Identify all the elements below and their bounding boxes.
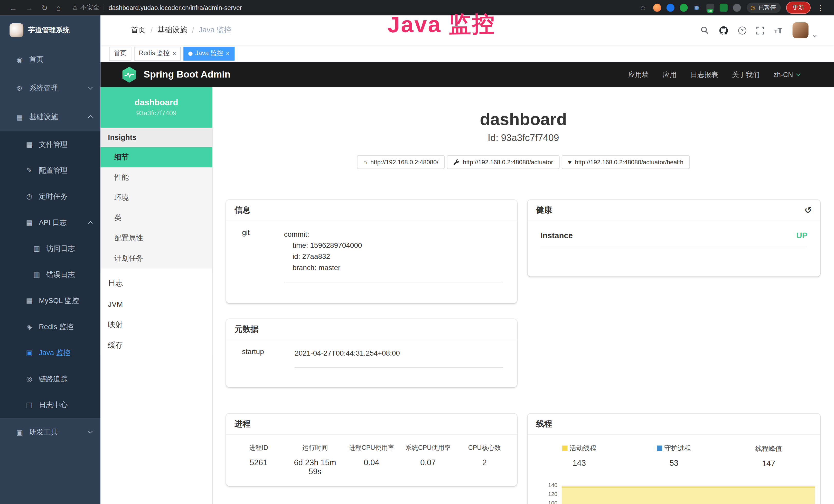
tab-close-icon[interactable]: × <box>172 50 176 57</box>
sidebar-item-redis-monitor[interactable]: ◈ Redis 监控 <box>0 314 101 340</box>
sba-nav-applications[interactable]: 应用 <box>663 70 677 79</box>
health-status-badge: UP <box>796 231 807 240</box>
dashboard-icon: ◉ <box>15 55 24 63</box>
sba-sidebar-item-caches[interactable]: 缓存 <box>101 335 212 356</box>
drop-extension-icon[interactable] <box>666 4 674 12</box>
hamburger-icon[interactable] <box>109 27 118 33</box>
sidebar-item-java-monitor[interactable]: ▣ Java 监控 <box>0 340 101 366</box>
sidebar-item-mysql-monitor[interactable]: ▦ MySQL 监控 <box>0 288 101 314</box>
not-secure-warning-icon[interactable]: ⚠ <box>72 4 78 11</box>
sba-sidebar-item-environment[interactable]: 环境 <box>101 188 212 208</box>
sidebar-item-label: 研发工具 <box>29 428 58 437</box>
sidebar-item-scheduled-tasks[interactable]: ◷ 定时任务 <box>0 183 101 209</box>
active-dot <box>188 51 193 56</box>
sidebar-item-api-logs[interactable]: ▤ API 日志 <box>0 209 101 235</box>
browser-toolbar: ← → ↻ ⌂ ⚠ 不安全 dashboard.yudao.iocoder.cn… <box>0 0 834 16</box>
daemon-threads-legend-swatch <box>657 445 662 451</box>
back-icon[interactable]: ← <box>9 3 17 12</box>
sba-nav: 应用墙 应用 日志报表 关于我们 zh-CN <box>628 70 800 79</box>
sidebar-item-label: 访问日志 <box>46 244 75 253</box>
sba-sidebar-item-scheduled-tasks[interactable]: 计划任务 <box>101 248 212 269</box>
chevron-up-icon <box>88 221 93 226</box>
card-title: 元数据 <box>235 324 258 334</box>
sba-instance-header[interactable]: dashboard 93a3fc7f7409 <box>101 87 212 128</box>
threads-card: 线程 活动线程 143 <box>528 414 820 504</box>
card-title: 线程 <box>536 419 552 429</box>
sidebar-item-log-center[interactable]: ▤ 日志中心 <box>0 392 101 418</box>
live-threads-stat: 活动线程 143 <box>532 443 627 468</box>
breadcrumb-home[interactable]: 首页 <box>131 25 146 35</box>
legend-label: 守护进程 <box>664 444 691 453</box>
sidebar-item-system-management[interactable]: ⚙ 系统管理 <box>0 74 101 103</box>
sidebar-item-dev-tools[interactable]: ▣ 研发工具 <box>0 418 101 447</box>
sba-nav-about[interactable]: 关于我们 <box>732 70 760 79</box>
user-avatar[interactable] <box>792 22 808 38</box>
switch-extension-icon[interactable]: on <box>706 4 714 12</box>
sidebar-item-label: Java 监控 <box>39 348 70 358</box>
sidebar-item-tracing[interactable]: ◎ 链路追踪 <box>0 366 101 392</box>
fox-extension-icon[interactable] <box>653 4 661 12</box>
browser-actions: ☆ ▦ on ☺ 已暂停 更新 ⋮ <box>636 2 829 14</box>
health-instance-label: Instance <box>541 231 573 240</box>
history-icon[interactable]: ↺ <box>805 206 812 214</box>
green-circle-extension-icon[interactable] <box>680 4 687 12</box>
sidebar-item-home[interactable]: ◉ 首页 <box>0 45 101 74</box>
font-size-icon[interactable]: TT <box>774 26 783 35</box>
forward-icon[interactable]: → <box>25 3 33 12</box>
sidebar-item-config-management[interactable]: ✎ 配置管理 <box>0 157 101 183</box>
sba-nav-journal[interactable]: 日志报表 <box>690 70 718 79</box>
reload-icon[interactable]: ↻ <box>42 3 48 12</box>
sba-sidebar-item-classes[interactable]: 类 <box>101 208 212 228</box>
legend-value: 53 <box>627 458 721 467</box>
breadcrumb-current: Java 监控 <box>199 25 232 35</box>
sidebar-item-error-logs[interactable]: ▥ 错误日志 <box>0 261 101 288</box>
infrastructure-icon: ▤ <box>15 113 24 121</box>
bookmark-star-icon[interactable]: ☆ <box>640 4 646 12</box>
tab-redis-monitor[interactable]: Redis 监控 × <box>134 46 181 60</box>
wrench-icon <box>453 159 460 165</box>
sba-sidebar-item-mappings[interactable]: 映射 <box>101 314 212 335</box>
breadcrumb-infrastructure[interactable]: 基础设施 <box>157 25 187 35</box>
sidebar-item-access-logs[interactable]: ▥ 访问日志 <box>0 235 101 261</box>
tab-java-monitor[interactable]: Java 监控 × <box>183 46 234 60</box>
sba-sidebar-item-performance[interactable]: 性能 <box>101 167 212 188</box>
sba-sidebar-item-config-props[interactable]: 配置属性 <box>101 228 212 248</box>
link-label: http://192.168.0.2:48080/actuator/health <box>575 159 683 165</box>
address-bar[interactable]: ⚠ 不安全 dashboard.yudao.iocoder.cn/infra/a… <box>72 3 242 12</box>
sba-sidebar-item-jvm[interactable]: JVM <box>101 294 212 314</box>
chrome-update-button[interactable]: 更新 <box>786 2 811 14</box>
grid-extension-icon[interactable]: ▦ <box>693 4 701 12</box>
instance-link-root[interactable]: ⌂ http://192.168.0.2:48080/ <box>357 155 445 169</box>
tab-home[interactable]: 首页 <box>109 46 132 60</box>
leaf-extension-icon[interactable] <box>720 4 727 12</box>
locale-label: zh-CN <box>773 71 793 78</box>
tracing-icon: ◎ <box>24 375 34 383</box>
health-card: 健康 ↺ Instance UP <box>528 200 820 276</box>
sba-sidebar-group-insights: Insights <box>101 128 212 147</box>
paw-extension-icon[interactable] <box>733 4 741 12</box>
sidebar-item-label: 链路追踪 <box>39 374 68 384</box>
github-icon[interactable] <box>719 26 728 35</box>
sidebar-item-infrastructure[interactable]: ▤ 基础设施 <box>0 103 101 132</box>
live-threads-area-series <box>562 486 815 504</box>
sba-sidebar-item-details[interactable]: 细节 <box>101 147 212 168</box>
sba-nav-wallboard[interactable]: 应用墙 <box>628 70 649 79</box>
threads-area-chart: 140 120 100 <box>528 481 820 504</box>
health-card-header: 健康 ↺ <box>528 200 820 221</box>
tab-close-icon[interactable]: × <box>226 50 230 57</box>
sba-locale-select[interactable]: zh-CN <box>773 71 800 78</box>
search-icon[interactable] <box>700 26 709 35</box>
fullscreen-icon[interactable] <box>756 26 764 35</box>
sba-sidebar: dashboard 93a3fc7f7409 Insights 细节 性能 环境… <box>101 87 213 504</box>
help-icon[interactable]: ? <box>738 26 746 35</box>
sba-sidebar-item-logs[interactable]: 日志 <box>101 273 212 294</box>
sidebar-item-file-management[interactable]: ▦ 文件管理 <box>0 131 101 157</box>
browser-home-icon[interactable]: ⌂ <box>56 3 61 12</box>
health-row[interactable]: Instance UP <box>541 231 808 247</box>
profile-paused-badge[interactable]: ☺ 已暂停 <box>747 3 781 13</box>
url-text[interactable]: dashboard.yudao.iocoder.cn/infra/admin-s… <box>109 4 242 12</box>
instance-link-actuator[interactable]: http://192.168.0.2:48080/actuator <box>447 155 559 169</box>
browser-menu-icon[interactable]: ⋮ <box>817 3 825 12</box>
instance-link-health[interactable]: ♥ http://192.168.0.2:48080/actuator/heal… <box>562 155 690 169</box>
app-logo-row[interactable]: 芋道管理系统 <box>0 16 101 45</box>
